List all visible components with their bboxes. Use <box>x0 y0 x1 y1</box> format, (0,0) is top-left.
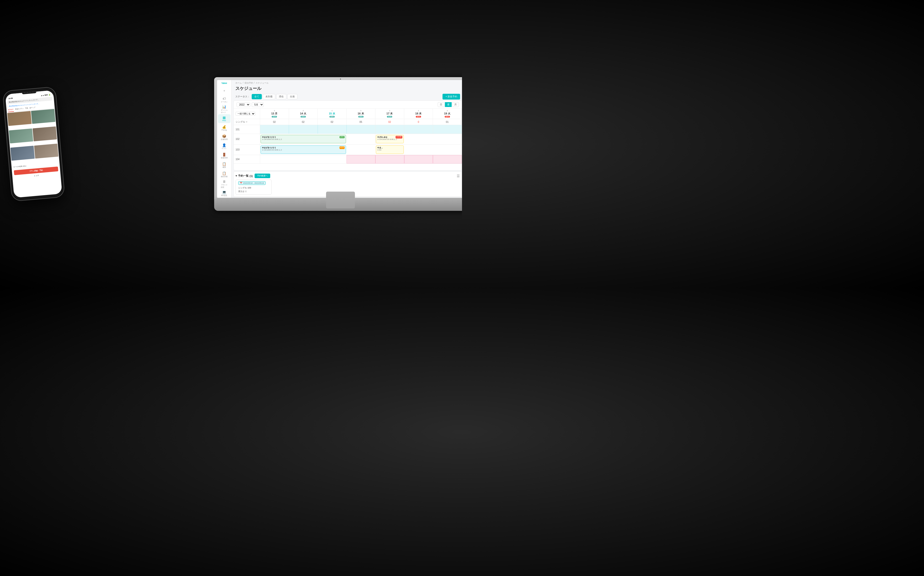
room-104-cells <box>260 155 462 163</box>
room-103-cell-6 <box>433 144 462 155</box>
room-104-cell-3 <box>346 155 375 163</box>
res-list-title: ▾ 予約一覧 (1) <box>236 174 253 178</box>
closing-icon: 📋 <box>222 172 226 175</box>
occ-badge-14: 20% <box>300 116 306 118</box>
chevron-down-icon: ▾ <box>236 174 237 178</box>
booking-status-badge-2: ●未到着 <box>396 136 402 138</box>
room-101-cells <box>260 125 462 134</box>
pms-sidebar: Tabist ⚙ 🏷 クーポン 📊 ダッシュボード <box>217 80 231 198</box>
calendar-dates-header: 一括で閉じる 4 13 月 25% 4 <box>234 109 462 119</box>
new-reservation-button[interactable]: + 新規予約 <box>443 94 460 99</box>
dashboard-icon: 📊 <box>222 105 226 109</box>
view-month-button[interactable]: 月 <box>452 102 459 107</box>
sidebar-item-pricing[interactable]: 💰 Pricing <box>218 123 231 133</box>
coupon-icon: 🏷 <box>223 97 226 100</box>
room-104-cell-4 <box>375 155 404 163</box>
laptop-trackpad <box>326 192 355 208</box>
booking-103-yamazaki[interactable]: やまざき たろう ●出発 ⊙ C/A 18:00 C/O 10:00 人 2 <box>261 146 346 154</box>
sidebar-item-guest[interactable]: 👤 ゲスト <box>218 142 231 151</box>
room-collapse-select[interactable]: 一括で閉じる <box>236 112 255 116</box>
sidebar-label-pms: PMS <box>222 120 226 122</box>
room-102-cells: やまざき たろう ●滞在 ⊙ C/A 16:00 C/O 10:00 人 2 <box>260 134 462 144</box>
calendar-nav: 2022 5月 <box>237 102 264 107</box>
booking-103-detail: ⊙ C/A 18:00 C/O 10:00 人 2 <box>262 149 345 151</box>
laptop-body: Tabist ⚙ 🏷 クーポン 📊 ダッシュボード <box>214 77 462 211</box>
room-104-cell-6 <box>433 155 462 163</box>
reservation-date-range: 📅 2022/05/16 - 2022/05/18 <box>238 181 266 185</box>
res-list-header: ▾ 予約一覧 (1) 予約概要へ ☰ <box>236 174 460 178</box>
date-col-14: 4 14 火 20% <box>289 109 318 119</box>
list-icon: ☰ <box>457 174 460 178</box>
calendar-grid: 一括で閉じる 4 13 月 25% 4 <box>234 109 462 170</box>
occ-badge-13: 25% <box>272 116 277 118</box>
room-103-cell-3 <box>346 144 375 155</box>
room-101-cell-5 <box>404 125 433 134</box>
occ-badge-18: 90% <box>416 116 421 118</box>
sidebar-item-equipment[interactable]: 📦 設備管理 <box>218 133 231 142</box>
occ-badge-17: 41% <box>387 116 392 118</box>
go-to-reservation-button[interactable]: 予約概要へ <box>255 174 270 178</box>
sidebar-item-coupon[interactable]: 🏷 クーポン <box>218 96 231 105</box>
occ-badge-19: 90% <box>445 116 450 118</box>
year-select[interactable]: 2022 <box>237 102 250 107</box>
sidebar-item-dashboard[interactable]: 📊 ダッシュボード <box>218 105 231 114</box>
phone-tab-map[interactable]: 旅マップ <box>29 106 35 110</box>
room-104-cell-0 <box>260 155 289 163</box>
calendar-area: 2022 5月 日 週 月 <box>233 101 462 170</box>
sidebar-item-front-settings[interactable]: 🖥 フロント設定 <box>218 179 231 189</box>
booking-103-guest-2: やま... <box>377 146 402 149</box>
room-104-cell-1 <box>289 155 318 163</box>
pms-app: Tabist ⚙ 🏷 クーポン 📊 ダッシュボード <box>217 80 462 198</box>
phone-tab-facility[interactable]: 施設紹介 <box>8 108 14 112</box>
sidebar-label-guest: ゲスト <box>221 147 227 150</box>
room-101-cell-3 <box>347 125 375 134</box>
room-101-cell-1 <box>289 125 318 134</box>
guest-icon: 👤 <box>222 144 226 147</box>
view-day-button[interactable]: 日 <box>438 102 444 107</box>
count-16: 05 <box>346 119 375 125</box>
phone-photo-2 <box>31 109 55 124</box>
phone-tab-rooms[interactable]: 部屋＆プラン <box>15 107 24 112</box>
sidebar-item-bo-settings[interactable]: 💻 BO設定 <box>218 189 231 198</box>
count-19: 01 <box>433 119 462 125</box>
occ-badge-16: 35% <box>358 116 364 118</box>
count-13: 02 <box>260 119 289 125</box>
phone-tab-photos[interactable]: 写真 <box>25 106 28 110</box>
filter-departed[interactable]: 出発 <box>287 94 297 99</box>
phone-photo-4 <box>32 126 57 141</box>
calendar-icon: 📅 <box>240 182 242 184</box>
booking-102-yamazaki[interactable]: やまざき たろう ●滞在 ⊙ C/A 16:00 C/O 10:00 人 2 <box>261 135 346 143</box>
filter-not-arrived[interactable]: 未到着 <box>263 94 275 99</box>
booking-status-badge: ●滞在 <box>340 136 345 138</box>
occ-badge-15: 30% <box>329 116 335 118</box>
sidebar-item-summary[interactable]: 📋 概票 <box>218 161 231 170</box>
filter-all[interactable]: 全て <box>252 94 262 99</box>
room-type-counts: 02 02 02 05 02 0 01 <box>260 119 462 125</box>
sidebar-item-rooms[interactable]: 🚪 部屋管理 <box>218 152 231 161</box>
count-17: 02 <box>375 119 404 125</box>
date-col-18: 4 18 木 90% <box>404 109 433 119</box>
month-select[interactable]: 5月 <box>252 102 264 107</box>
status-label: ステータス： <box>235 95 250 98</box>
booking-102-yazawa[interactable]: やざわ みな ●未到着 ⊙ C/A 16:00 C/O 10:00 人 1 <box>376 135 404 143</box>
booking-103-yama2[interactable]: やま... ⊙ DU <box>376 146 404 154</box>
pms-logo: Tabist <box>221 82 227 84</box>
room-label-header: 一括で閉じる <box>234 109 260 119</box>
filter-staying[interactable]: 滞在 <box>276 94 286 99</box>
reservation-card[interactable]: 📅 2022/05/16 - 2022/05/18 シングル 103 素泊まり <box>236 179 272 195</box>
phone-back-button[interactable]: ‹ <box>8 106 8 107</box>
booking-103-status: ●出発 <box>340 146 345 149</box>
room-label-104: 104 <box>234 155 260 163</box>
booking-detail: ⊙ C/A 16:00 C/O 10:00 人 2 <box>262 138 345 141</box>
room-102-cell-6 <box>433 134 462 144</box>
sidebar-item-settings[interactable]: ⚙ <box>218 86 231 95</box>
phone-photo-6 <box>34 144 58 158</box>
room-103-cell-5 <box>404 144 433 155</box>
summary-icon: 📋 <box>222 162 226 166</box>
sidebar-item-closing[interactable]: 📋 締め作業 <box>218 170 231 179</box>
room-label-102: 102 <box>234 134 260 144</box>
sidebar-item-pms[interactable]: ▦ PMS <box>218 114 231 123</box>
view-week-button[interactable]: 週 <box>445 102 452 107</box>
phone-screen: 14:38 ▲▲ WiFi 🔋 東京世田谷区ホテルコドーバックパッカーズ… ‹ … <box>5 90 62 198</box>
calendar-header: 2022 5月 日 週 月 <box>234 101 462 109</box>
